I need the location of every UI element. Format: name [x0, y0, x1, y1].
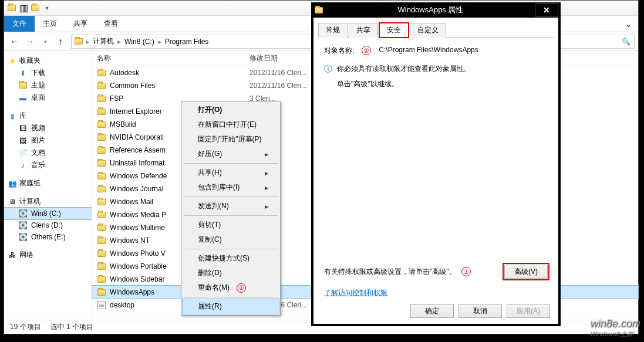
drive-icon: 💽 — [18, 209, 28, 218]
nav-network[interactable]: 🖧网络 — [4, 249, 92, 261]
menu-item-label: 发送到(N) — [198, 201, 229, 211]
menu-item[interactable]: 创建快捷方式(S) — [183, 251, 279, 266]
qat-newfolder-icon[interactable] — [30, 3, 41, 13]
folder-icon — [97, 133, 106, 142]
file-name: desktop — [110, 301, 134, 309]
menu-item[interactable]: 重命名(M)① — [183, 280, 279, 295]
folder-icon — [97, 171, 106, 181]
nav-item-themes[interactable]: 主题 — [4, 79, 92, 92]
nav-back-icon[interactable]: ← — [8, 35, 22, 49]
col-name[interactable]: 名称 — [97, 53, 249, 63]
col-date[interactable]: 修改日期 — [249, 53, 314, 63]
menu-item-label: 在新窗口中打开(E) — [198, 120, 257, 130]
submenu-arrow-icon: ▸ — [265, 169, 268, 177]
tab-share[interactable]: 共享 — [349, 23, 378, 38]
menu-separator — [184, 163, 278, 164]
menu-item[interactable]: 剪切(T) — [183, 218, 279, 232]
nav-item-drive-c[interactable]: 💽Win8 (C:) — [4, 208, 92, 219]
apply-button[interactable]: 应用(A) — [507, 304, 550, 318]
menu-item[interactable]: 在新窗口中打开(E) — [183, 117, 279, 132]
close-button[interactable]: ✕ — [535, 4, 558, 16]
annotation-3: ③ — [461, 267, 471, 276]
file-name: Windows NT — [110, 236, 150, 245]
ribbon-tab-file[interactable]: 文件 — [4, 16, 35, 32]
file-name: Windows Multime — [110, 224, 165, 232]
menu-item[interactable]: 包含到库中(I)▸ — [183, 180, 279, 195]
file-name: Windows Media P — [110, 211, 166, 219]
nav-homegroup[interactable]: 👥家庭组 — [4, 177, 92, 189]
nav-item-desktop[interactable]: ▬桌面 — [4, 92, 92, 104]
file-name: FSP — [110, 94, 123, 103]
learn-more-link[interactable]: 了解访问控制和权限 — [324, 289, 387, 297]
qat-dropdown-icon[interactable]: ▼ — [42, 3, 52, 13]
properties-title: WindowsApps 属性 — [326, 5, 535, 15]
folder-icon — [97, 107, 106, 116]
nav-up-icon[interactable]: ↑ — [53, 35, 68, 49]
folder-icon — [97, 145, 106, 155]
tab-security[interactable]: 安全 — [379, 23, 409, 38]
menu-separator — [184, 197, 278, 197]
nav-item-drive-e[interactable]: 💽Others (E:) — [4, 231, 92, 243]
cancel-button[interactable]: 取消 — [458, 304, 502, 318]
ok-button[interactable]: 确定 — [410, 304, 454, 318]
drive-icon — [74, 37, 83, 46]
nav-favorites[interactable]: ★收藏夹 — [4, 55, 92, 67]
crumb-computer[interactable]: 计算机 — [92, 36, 115, 46]
crumb-drive[interactable]: Win8 (C:) — [123, 38, 156, 46]
nav-forward-icon[interactable]: → — [23, 35, 37, 49]
nav-libraries[interactable]: ▮库 — [4, 110, 92, 122]
folder-icon — [311, 7, 326, 13]
menu-item-label: 删除(D) — [198, 268, 222, 278]
properties-dialog: WindowsApps 属性 ✕ 常规 共享 安全 自定义 对象名称: ② C:… — [311, 2, 561, 326]
menu-item[interactable]: 好压(G)▸ — [183, 147, 279, 161]
file-date: 2012/11/16 Cleri... — [249, 82, 314, 90]
advanced-button[interactable]: 高级(V) — [504, 265, 548, 279]
menu-separator — [184, 297, 278, 297]
menu-item[interactable]: 复制(C) — [183, 232, 279, 247]
folder-icon — [97, 197, 106, 206]
menu-separator — [184, 249, 278, 249]
properties-titlebar[interactable]: WindowsApps 属性 ✕ — [311, 2, 561, 18]
menu-item[interactable]: 打开(O) — [183, 103, 279, 117]
ribbon-tab-view[interactable]: 查看 — [96, 16, 126, 32]
drive-icon: 💽 — [18, 232, 28, 242]
menu-item[interactable]: 发送到(N)▸ — [183, 199, 279, 214]
permission-message-1: 你必须具有读取权限才能查看此对象属性。 — [337, 64, 471, 74]
menu-item-label: 剪切(T) — [198, 220, 221, 230]
watermark: win8e.com Windows8之家 — [590, 317, 640, 338]
nav-item-documents[interactable]: 📄文档 — [4, 147, 92, 159]
menu-item[interactable]: 属性(R) — [183, 299, 279, 314]
ribbon-toggle-icon[interactable]: ⌄ — [619, 16, 638, 32]
nav-item-music[interactable]: ♪音乐 — [4, 159, 92, 171]
file-icon — [97, 300, 106, 310]
tab-general[interactable]: 常规 — [318, 23, 348, 38]
picture-icon: 🖼 — [18, 136, 28, 145]
nav-item-drive-d[interactable]: 💽Cleris (D:) — [4, 219, 92, 231]
menu-item-label: 重命名(M) — [198, 283, 230, 293]
ribbon-tab-share[interactable]: 共享 — [65, 16, 96, 32]
menu-item[interactable]: 共享(H)▸ — [183, 165, 279, 180]
homegroup-icon: 👥 — [8, 179, 17, 188]
nav-item-pictures[interactable]: 🖼图片 — [4, 134, 92, 147]
nav-computer[interactable]: 🖥计算机 — [4, 195, 92, 208]
nav-item-downloads[interactable]: ⬇下载 — [4, 67, 92, 79]
nav-item-videos[interactable]: 🎞视频 — [4, 122, 92, 134]
folder-icon — [97, 249, 106, 258]
properties-tabs: 常规 共享 安全 自定义 — [318, 22, 554, 38]
ribbon-tab-home[interactable]: 主页 — [35, 16, 65, 32]
nav-history-icon[interactable]: ▾ — [38, 35, 52, 49]
file-name: Windows Journal — [110, 185, 163, 193]
folder-icon — [97, 275, 106, 284]
search-icon[interactable]: 🔍 — [622, 38, 630, 46]
file-name: Windows Mail — [110, 198, 153, 206]
file-name: Windows Sidebar — [110, 275, 164, 283]
menu-item-label: 创建快捷方式(S) — [198, 253, 249, 263]
menu-item[interactable]: 固定到"开始"屏幕(P) — [183, 132, 279, 147]
download-icon: ⬇ — [18, 69, 28, 78]
menu-item[interactable]: 删除(D) — [183, 266, 279, 280]
tab-custom[interactable]: 自定义 — [410, 23, 446, 38]
qat-properties-icon[interactable]: ▥ — [18, 3, 29, 13]
video-icon: 🎞 — [18, 124, 28, 133]
crumb-folder[interactable]: Program Files — [164, 38, 210, 46]
folder-icon — [97, 210, 106, 219]
